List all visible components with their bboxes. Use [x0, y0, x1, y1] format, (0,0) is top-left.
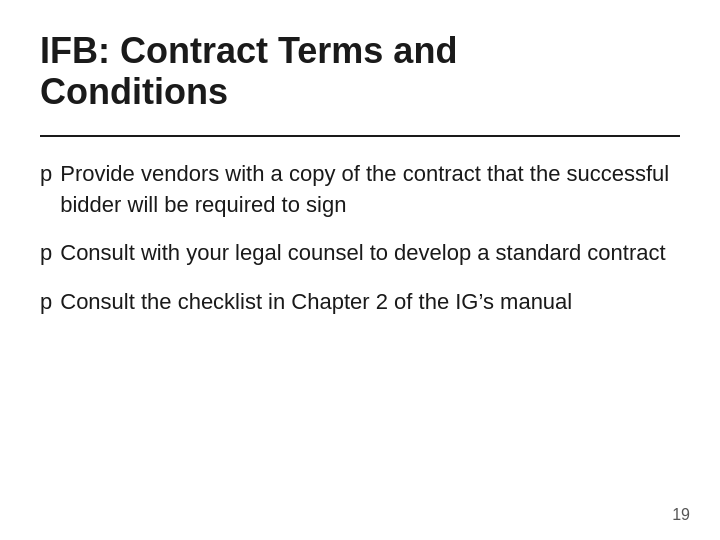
title-line2: Conditions — [40, 71, 228, 112]
slide: IFB: Contract Terms and Conditions p Pro… — [0, 0, 720, 540]
page-number: 19 — [672, 506, 690, 524]
slide-title: IFB: Contract Terms and Conditions — [40, 30, 680, 113]
bullet-item-3: p Consult the checklist in Chapter 2 of … — [40, 287, 680, 318]
bullet-text-1: Provide vendors with a copy of the contr… — [60, 159, 680, 221]
title-divider — [40, 135, 680, 137]
content-area: p Provide vendors with a copy of the con… — [40, 159, 680, 520]
title-section: IFB: Contract Terms and Conditions — [40, 30, 680, 125]
bullet-marker-3: p — [40, 287, 52, 318]
bullet-text-3: Consult the checklist in Chapter 2 of th… — [60, 287, 680, 318]
bullet-item-1: p Provide vendors with a copy of the con… — [40, 159, 680, 221]
bullet-text-2: Consult with your legal counsel to devel… — [60, 238, 680, 269]
bullet-marker-1: p — [40, 159, 52, 190]
title-line1: IFB: Contract Terms and — [40, 30, 457, 71]
bullet-item-2: p Consult with your legal counsel to dev… — [40, 238, 680, 269]
bullet-marker-2: p — [40, 238, 52, 269]
